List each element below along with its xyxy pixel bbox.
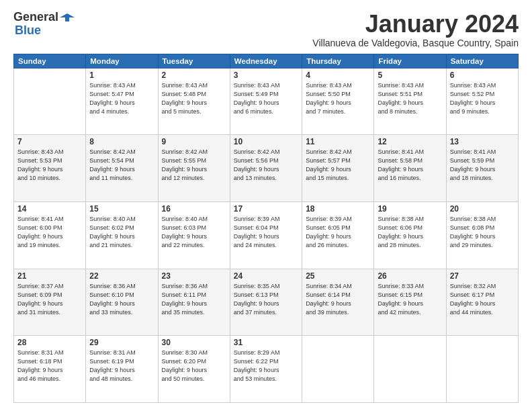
day-cell: 27Sunrise: 8:32 AMSunset: 6:17 PMDayligh…: [446, 269, 518, 336]
day-number: 9: [162, 137, 226, 146]
day-cell: [374, 336, 446, 403]
week-row-4: 21Sunrise: 8:37 AMSunset: 6:09 PMDayligh…: [14, 269, 519, 336]
day-number: 16: [162, 204, 226, 214]
day-info: Sunrise: 8:42 AMSunset: 5:54 PMDaylight:…: [89, 148, 154, 183]
day-cell: [302, 336, 374, 403]
day-cell: 17Sunrise: 8:39 AMSunset: 6:04 PMDayligh…: [230, 201, 302, 269]
header-cell-friday: Friday: [374, 54, 446, 68]
logo-blue-text: Blue: [15, 24, 41, 38]
day-number: 17: [234, 204, 298, 214]
day-info: Sunrise: 8:34 AMSunset: 6:14 PMDaylight:…: [306, 282, 370, 317]
day-info: Sunrise: 8:43 AMSunset: 5:51 PMDaylight:…: [378, 81, 442, 116]
svg-marker-0: [60, 13, 75, 21]
day-info: Sunrise: 8:42 AMSunset: 5:56 PMDaylight:…: [234, 148, 298, 183]
day-info: Sunrise: 8:41 AMSunset: 6:00 PMDaylight:…: [17, 215, 82, 250]
day-number: 15: [89, 204, 154, 214]
day-info: Sunrise: 8:29 AMSunset: 6:22 PMDaylight:…: [234, 349, 298, 383]
header-cell-wednesday: Wednesday: [230, 54, 302, 68]
calendar-table: SundayMondayTuesdayWednesdayThursdayFrid…: [13, 54, 519, 403]
day-number: 12: [378, 137, 442, 146]
day-info: Sunrise: 8:43 AMSunset: 5:50 PMDaylight:…: [306, 81, 370, 116]
header-row: SundayMondayTuesdayWednesdayThursdayFrid…: [14, 54, 519, 68]
day-cell: 4Sunrise: 8:43 AMSunset: 5:50 PMDaylight…: [302, 68, 374, 135]
day-number: 30: [162, 338, 226, 347]
day-cell: [14, 68, 86, 135]
day-number: 18: [306, 204, 370, 214]
week-row-2: 7Sunrise: 8:43 AMSunset: 5:53 PMDaylight…: [14, 135, 519, 202]
day-info: Sunrise: 8:42 AMSunset: 5:57 PMDaylight:…: [306, 148, 370, 183]
day-cell: 25Sunrise: 8:34 AMSunset: 6:14 PMDayligh…: [302, 269, 374, 336]
day-info: Sunrise: 8:31 AMSunset: 6:18 PMDaylight:…: [17, 349, 82, 383]
week-row-5: 28Sunrise: 8:31 AMSunset: 6:18 PMDayligh…: [14, 336, 519, 403]
day-number: 31: [234, 338, 298, 347]
day-number: 21: [17, 271, 82, 281]
day-number: 2: [162, 71, 226, 80]
day-info: Sunrise: 8:36 AMSunset: 6:11 PMDaylight:…: [162, 282, 226, 317]
day-number: 22: [89, 271, 154, 281]
day-cell: 23Sunrise: 8:36 AMSunset: 6:11 PMDayligh…: [158, 269, 230, 336]
title-block: January 2024 Villanueva de Valdegovia, B…: [312, 11, 519, 48]
day-info: Sunrise: 8:42 AMSunset: 5:55 PMDaylight:…: [162, 148, 226, 183]
day-number: 25: [306, 271, 370, 281]
week-row-1: 1Sunrise: 8:43 AMSunset: 5:47 PMDaylight…: [14, 68, 519, 135]
day-cell: 14Sunrise: 8:41 AMSunset: 6:00 PMDayligh…: [14, 201, 86, 269]
day-cell: 29Sunrise: 8:31 AMSunset: 6:19 PMDayligh…: [86, 336, 158, 403]
day-info: Sunrise: 8:30 AMSunset: 6:20 PMDaylight:…: [162, 349, 226, 383]
day-info: Sunrise: 8:43 AMSunset: 5:49 PMDaylight:…: [234, 81, 298, 116]
day-cell: 31Sunrise: 8:29 AMSunset: 6:22 PMDayligh…: [230, 336, 302, 403]
day-info: Sunrise: 8:35 AMSunset: 6:13 PMDaylight:…: [234, 282, 298, 317]
header-cell-monday: Monday: [86, 54, 158, 68]
day-number: 4: [306, 71, 370, 80]
day-info: Sunrise: 8:43 AMSunset: 5:48 PMDaylight:…: [162, 81, 226, 116]
day-number: 23: [162, 271, 226, 281]
day-cell: 13Sunrise: 8:41 AMSunset: 5:59 PMDayligh…: [446, 135, 518, 202]
day-cell: 3Sunrise: 8:43 AMSunset: 5:49 PMDaylight…: [230, 68, 302, 135]
header-cell-thursday: Thursday: [302, 54, 374, 68]
day-info: Sunrise: 8:43 AMSunset: 5:52 PMDaylight:…: [450, 81, 515, 116]
day-number: 27: [450, 271, 515, 281]
page: General Blue January 2024 Villanueva de …: [0, 0, 532, 411]
day-number: 7: [17, 137, 82, 146]
day-cell: 9Sunrise: 8:42 AMSunset: 5:55 PMDaylight…: [158, 135, 230, 202]
day-cell: 19Sunrise: 8:38 AMSunset: 6:06 PMDayligh…: [374, 201, 446, 269]
day-cell: 1Sunrise: 8:43 AMSunset: 5:47 PMDaylight…: [86, 68, 158, 135]
day-info: Sunrise: 8:40 AMSunset: 6:03 PMDaylight:…: [162, 215, 226, 250]
day-number: 20: [450, 204, 515, 214]
day-number: 24: [234, 271, 298, 281]
header-cell-tuesday: Tuesday: [158, 54, 230, 68]
day-number: 10: [234, 137, 298, 146]
day-cell: 28Sunrise: 8:31 AMSunset: 6:18 PMDayligh…: [14, 336, 86, 403]
day-cell: 24Sunrise: 8:35 AMSunset: 6:13 PMDayligh…: [230, 269, 302, 336]
subtitle: Villanueva de Valdegovia, Basque Country…: [312, 38, 519, 48]
day-info: Sunrise: 8:33 AMSunset: 6:15 PMDaylight:…: [378, 282, 442, 317]
day-cell: 21Sunrise: 8:37 AMSunset: 6:09 PMDayligh…: [14, 269, 86, 336]
day-number: 8: [89, 137, 154, 146]
day-cell: 16Sunrise: 8:40 AMSunset: 6:03 PMDayligh…: [158, 201, 230, 269]
header-cell-saturday: Saturday: [446, 54, 518, 68]
day-cell: 26Sunrise: 8:33 AMSunset: 6:15 PMDayligh…: [374, 269, 446, 336]
day-number: 28: [17, 338, 82, 347]
day-number: 5: [378, 71, 442, 80]
day-number: 14: [17, 204, 82, 214]
day-number: 26: [378, 271, 442, 281]
day-cell: 11Sunrise: 8:42 AMSunset: 5:57 PMDayligh…: [302, 135, 374, 202]
logo-bird-icon: [60, 12, 75, 23]
week-row-3: 14Sunrise: 8:41 AMSunset: 6:00 PMDayligh…: [14, 201, 519, 269]
logo: General Blue: [13, 11, 75, 38]
day-number: 1: [89, 71, 154, 80]
day-cell: 12Sunrise: 8:41 AMSunset: 5:58 PMDayligh…: [374, 135, 446, 202]
day-info: Sunrise: 8:41 AMSunset: 5:58 PMDaylight:…: [378, 148, 442, 183]
day-info: Sunrise: 8:43 AMSunset: 5:53 PMDaylight:…: [17, 148, 82, 183]
day-number: 11: [306, 137, 370, 146]
header: General Blue January 2024 Villanueva de …: [13, 11, 519, 48]
day-info: Sunrise: 8:32 AMSunset: 6:17 PMDaylight:…: [450, 282, 515, 317]
day-cell: 6Sunrise: 8:43 AMSunset: 5:52 PMDaylight…: [446, 68, 518, 135]
day-info: Sunrise: 8:31 AMSunset: 6:19 PMDaylight:…: [89, 349, 154, 383]
day-number: 29: [89, 338, 154, 347]
header-cell-sunday: Sunday: [14, 54, 86, 68]
day-number: 13: [450, 137, 515, 146]
day-cell: 15Sunrise: 8:40 AMSunset: 6:02 PMDayligh…: [86, 201, 158, 269]
day-number: 3: [234, 71, 298, 80]
day-cell: 18Sunrise: 8:39 AMSunset: 6:05 PMDayligh…: [302, 201, 374, 269]
day-cell: 22Sunrise: 8:36 AMSunset: 6:10 PMDayligh…: [86, 269, 158, 336]
